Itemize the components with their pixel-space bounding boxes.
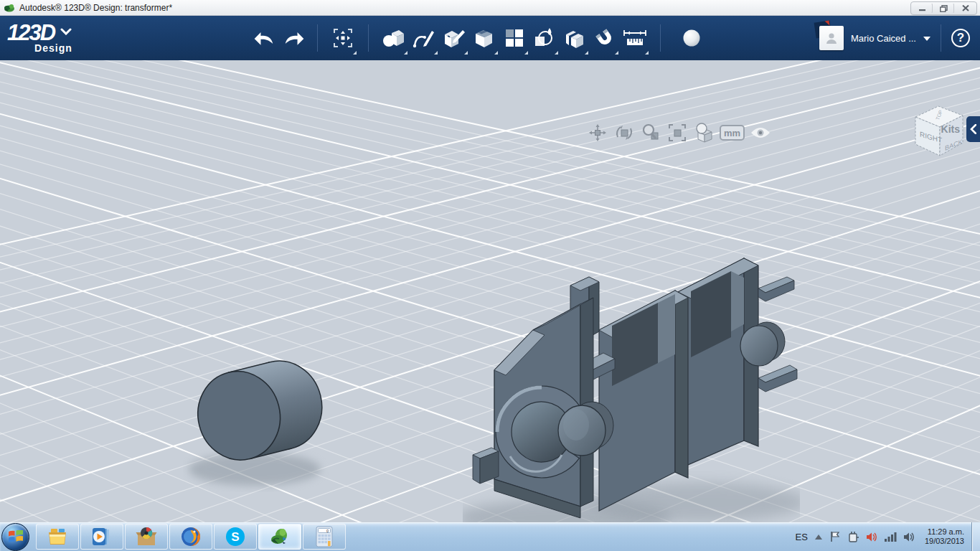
primitives-icon <box>382 27 406 49</box>
undo-icon <box>253 30 274 46</box>
app-toolbar: 123D Design <box>0 16 980 60</box>
pattern-tool-button[interactable] <box>499 22 529 55</box>
dropdown-caret <box>464 51 468 55</box>
kits-label: Kits <box>941 123 960 135</box>
transform-tool-button[interactable] <box>328 22 358 55</box>
ruler-tool-button[interactable] <box>620 22 650 55</box>
flag-icon <box>829 531 841 542</box>
zoom-button[interactable] <box>640 122 661 143</box>
app-menu-logo[interactable]: 123D Design <box>7 22 143 54</box>
volume-notification-button[interactable] <box>866 532 878 542</box>
combine-tool-button[interactable] <box>560 22 590 55</box>
orbit-button[interactable] <box>613 122 635 143</box>
taskbar-explorer-button[interactable] <box>36 524 79 550</box>
box-wheel-icon <box>136 527 157 547</box>
help-button[interactable]: ? <box>951 29 970 47</box>
dropdown-caret <box>494 51 498 55</box>
taskbar-boxapp-button[interactable] <box>125 524 168 550</box>
taskbar-mediaplayer-button[interactable] <box>80 524 123 550</box>
material-tool-button[interactable] <box>677 22 707 55</box>
toolbar-separator <box>941 24 941 52</box>
snap-tool-button[interactable] <box>590 22 620 55</box>
person-icon <box>824 31 839 45</box>
dropdown-caret <box>404 51 407 55</box>
restore-button[interactable] <box>933 3 954 14</box>
logo-123d: 123D <box>7 22 55 44</box>
view-nav-toolbar: mm <box>587 122 771 143</box>
user-dropdown-caret[interactable] <box>923 37 930 41</box>
chevron-down-icon <box>60 28 72 35</box>
fit-icon <box>667 123 687 143</box>
close-button[interactable] <box>955 3 976 14</box>
show-desktop-button[interactable] <box>971 522 980 551</box>
signal-bars-icon <box>885 532 897 542</box>
model-cylinder[interactable] <box>183 349 341 492</box>
snap-magnet-icon <box>593 27 616 49</box>
action-center-button[interactable] <box>829 531 841 542</box>
construct-tool-button[interactable] <box>439 22 469 55</box>
zoom-icon <box>641 123 661 143</box>
sketch-tool-button[interactable] <box>409 22 439 55</box>
primitives-tool-button[interactable] <box>379 22 409 55</box>
viewport-3d[interactable]: mm Kits RIGHT BACK TOP <box>0 60 980 522</box>
orbit-icon <box>614 123 634 143</box>
material-view-button[interactable] <box>693 122 715 143</box>
grouping-tool-button[interactable] <box>529 22 560 55</box>
start-button[interactable] <box>1 523 29 551</box>
pattern-icon <box>504 28 524 48</box>
window-controls <box>910 1 977 15</box>
language-indicator[interactable]: ES <box>796 532 808 542</box>
taskbar-skype-button[interactable]: S <box>214 524 257 550</box>
chevron-left-icon <box>970 124 976 134</box>
window-title: Autodesk® 123D® Design: transformer* <box>19 3 172 13</box>
user-name[interactable]: Mario Caiced ... <box>851 33 916 44</box>
speaker-button[interactable] <box>903 532 915 542</box>
skype-letter: S <box>231 530 239 544</box>
calculator-display: 0 <box>326 529 329 533</box>
skype-icon: S <box>225 526 246 547</box>
taskbar-calculator-button[interactable]: 0 <box>303 524 346 550</box>
app-window-icon <box>4 3 15 13</box>
units-button[interactable]: mm <box>720 125 745 141</box>
redo-button[interactable] <box>283 22 307 55</box>
combine-icon <box>563 27 586 49</box>
dropdown-caret <box>353 51 357 55</box>
logo-design-label: Design <box>34 42 72 54</box>
network-signal-button[interactable] <box>885 532 897 542</box>
dropdown-caret <box>434 51 438 55</box>
redo-icon <box>284 30 306 46</box>
view-cube[interactable]: RIGHT BACK TOP <box>904 97 972 160</box>
media-player-icon <box>91 527 113 547</box>
eye-icon <box>750 126 771 140</box>
model-bracket-assembly[interactable] <box>463 217 800 522</box>
power-plug-button[interactable] <box>847 531 859 543</box>
kits-panel-toggle[interactable] <box>966 116 980 142</box>
transform-icon <box>331 27 354 50</box>
material-sphere-icon <box>682 28 702 48</box>
power-plug-icon <box>847 531 859 543</box>
taskbar: S 0 ES <box>0 522 980 551</box>
avatar[interactable] <box>819 26 844 50</box>
construct-icon <box>442 27 466 49</box>
sketch-icon <box>412 27 436 49</box>
back-plate <box>678 258 797 469</box>
clock[interactable]: 11:29 a.m. 19/03/2013 <box>925 527 964 546</box>
visibility-button[interactable] <box>750 122 771 143</box>
windows-flag-icon <box>8 530 24 545</box>
minimize-button[interactable] <box>912 3 933 14</box>
taskbar-123d-button[interactable] <box>258 524 301 550</box>
123d-design-icon <box>268 527 291 547</box>
modify-tool-button[interactable] <box>469 22 499 55</box>
firefox-icon <box>180 526 202 547</box>
hidden-icons-button[interactable] <box>814 534 823 540</box>
undo-button[interactable] <box>251 22 275 55</box>
toolbar-separator <box>368 24 369 52</box>
speaker-icon <box>903 532 915 542</box>
pan-icon <box>588 123 608 143</box>
fit-button[interactable] <box>666 122 688 143</box>
pan-button[interactable] <box>587 122 608 143</box>
chevron-up-icon <box>814 534 823 540</box>
dropdown-caret <box>585 51 588 55</box>
taskbar-firefox-button[interactable] <box>169 524 212 550</box>
calculator-icon: 0 <box>315 526 334 547</box>
